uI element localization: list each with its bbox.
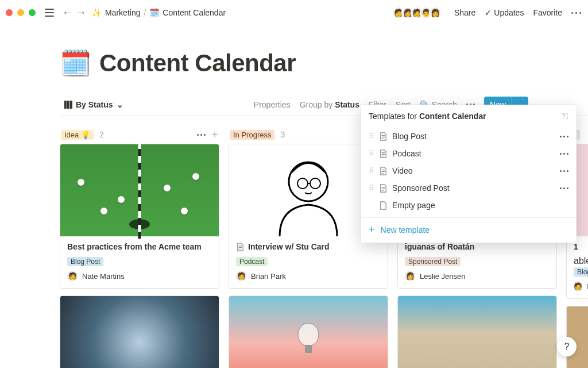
board-view-icon: [64, 101, 72, 109]
card-cover-image: [60, 144, 219, 236]
template-label: Empty page: [392, 201, 435, 210]
page-icon: [379, 201, 388, 210]
card-cover-image: [60, 296, 219, 368]
more-menu-icon[interactable]: [571, 12, 581, 14]
drag-handle-icon[interactable]: ⠿: [369, 184, 377, 192]
card-title: Interview w/ Stu Card: [236, 242, 381, 251]
svg-rect-0: [64, 101, 67, 109]
card-title: Best practices from the Acme team: [67, 242, 212, 251]
card-title: able: [574, 256, 588, 266]
back-arrow-icon[interactable]: ←: [62, 7, 72, 19]
help-icon[interactable]: ?⃝: [561, 112, 568, 121]
avatar: 🧑: [574, 281, 582, 292]
template-item-empty-page[interactable]: ⠿ Empty page: [361, 197, 577, 214]
board-card[interactable]: [60, 296, 219, 368]
svg-rect-8: [305, 345, 312, 353]
plus-icon: +: [369, 224, 375, 236]
avatar: 👩: [429, 6, 442, 19]
avatar: 🧑: [236, 271, 246, 281]
card-title: 1: [574, 242, 588, 251]
minimize-window-icon[interactable]: [17, 9, 24, 16]
card-tag: Sponsored Post: [405, 257, 461, 266]
avatar: 🧑: [67, 271, 78, 281]
board-column-idea: Idea 💡 2 + Best practice: [60, 125, 219, 368]
breadcrumb-page-icon: 🗓️: [149, 8, 159, 17]
svg-point-7: [298, 323, 319, 346]
page-icon: [379, 184, 388, 193]
card-title: iguanas of Roatán: [405, 242, 550, 251]
page-icon: [236, 243, 245, 251]
maximize-window-icon[interactable]: [29, 9, 36, 16]
card-tag: Blog Post: [67, 257, 103, 266]
status-badge[interactable]: In Progress: [230, 130, 274, 140]
drag-handle-icon[interactable]: ⠿: [369, 167, 377, 175]
card-tag: Podcast: [236, 257, 268, 266]
page-icon: [379, 167, 388, 175]
template-more-icon[interactable]: [560, 136, 568, 137]
breadcrumb-separator: /: [144, 8, 146, 17]
template-label: Podcast: [392, 149, 421, 158]
column-count: 2: [99, 130, 104, 139]
template-label: Video: [392, 166, 413, 175]
add-card-icon[interactable]: +: [211, 128, 218, 141]
breadcrumb-page[interactable]: Content Calendar: [163, 8, 226, 17]
card-cover-image: [398, 296, 556, 368]
svg-rect-1: [67, 101, 69, 109]
template-label: Sponsored Post: [392, 183, 450, 193]
board-card[interactable]: [397, 296, 557, 368]
nav-arrows: ← →: [62, 7, 86, 19]
template-item-blog-post[interactable]: ⠿ Blog Post: [361, 128, 577, 145]
template-item-podcast[interactable]: ⠿ Podcast: [361, 145, 577, 162]
template-more-icon[interactable]: [560, 153, 568, 155]
group-by-button[interactable]: Group by Status: [300, 100, 359, 109]
template-more-icon[interactable]: [560, 170, 568, 172]
favorite-button[interactable]: Favorite: [533, 8, 562, 17]
breadcrumb-parent-icon: ✨: [92, 8, 102, 17]
page-icon: [379, 132, 388, 141]
page-icon[interactable]: 🗓️: [60, 48, 91, 78]
template-label: Blog Post: [392, 132, 427, 141]
template-more-icon[interactable]: [560, 187, 568, 189]
card-author: 👩Leslie Jensen: [405, 271, 550, 281]
help-fab-button[interactable]: ?: [557, 337, 577, 356]
page-title: 🗓️ Content Calendar: [60, 48, 588, 78]
top-actions: Share ✓Updates Favorite: [454, 8, 581, 17]
card-tag: Blog: [574, 267, 588, 277]
view-name: By Status: [76, 100, 113, 109]
avatar: 👩: [405, 271, 415, 281]
collaborator-avatars[interactable]: 🧑 👩 🧑 👨 👩: [396, 6, 442, 19]
drag-handle-icon[interactable]: ⠿: [369, 150, 377, 158]
template-item-video[interactable]: ⠿ Video: [361, 162, 577, 179]
updates-button[interactable]: ✓Updates: [485, 8, 524, 17]
page-heading[interactable]: Content Calendar: [99, 49, 296, 77]
page-icon: [379, 150, 388, 158]
check-icon: ✓: [485, 8, 492, 17]
column-header: Idea 💡 2 +: [60, 125, 219, 144]
card-cover-image: [229, 296, 388, 368]
close-window-icon[interactable]: [6, 9, 13, 16]
board-card[interactable]: Best practices from the Acme team Blog P…: [60, 144, 219, 289]
new-template-button[interactable]: + New template: [361, 217, 577, 238]
column-count: 3: [280, 130, 285, 139]
card-author: 🧑M: [574, 281, 588, 292]
status-badge[interactable]: Idea 💡: [61, 130, 94, 140]
svg-rect-2: [70, 101, 72, 109]
chevron-down-icon: ⌄: [117, 100, 123, 109]
breadcrumb-parent[interactable]: Marketing: [105, 8, 140, 17]
sidebar-toggle-icon[interactable]: [45, 9, 54, 17]
templates-dropdown: Templates for Content Calendar ?⃝ ⠿ Blog…: [361, 105, 577, 243]
board-card[interactable]: [229, 296, 388, 368]
column-more-icon[interactable]: [197, 134, 206, 136]
traffic-lights: [6, 9, 36, 16]
dropdown-header: Templates for Content Calendar ?⃝: [361, 105, 577, 128]
template-item-sponsored-post[interactable]: ⠿ Sponsored Post: [361, 179, 577, 197]
share-button[interactable]: Share: [454, 8, 475, 17]
forward-arrow-icon[interactable]: →: [76, 7, 86, 19]
view-selector[interactable]: By Status ⌄: [60, 98, 128, 112]
breadcrumb: ✨ Marketing / 🗓️ Content Calendar: [92, 8, 226, 17]
window-titlebar: ← → ✨ Marketing / 🗓️ Content Calendar 🧑 …: [0, 0, 588, 25]
card-author: 🧑Brian Park: [236, 271, 381, 281]
properties-button[interactable]: Properties: [254, 100, 291, 109]
drag-handle-icon[interactable]: ⠿: [369, 132, 377, 140]
card-author: 🧑Nate Martins: [67, 271, 212, 281]
